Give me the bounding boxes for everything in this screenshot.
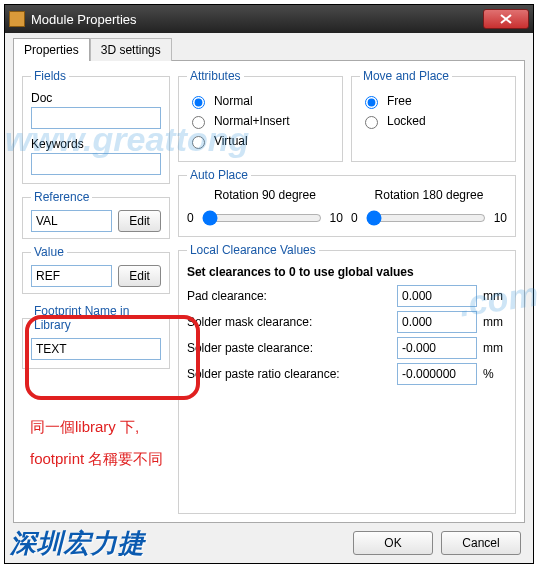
doc-label: Doc: [31, 91, 161, 105]
paste-clearance-input[interactable]: [397, 337, 477, 359]
rot180-slider[interactable]: [366, 210, 486, 226]
mask-clearance-row: Solder mask clearance: mm: [187, 311, 507, 333]
clearance-hint: Set clearances to 0 to use global values: [187, 265, 507, 279]
ok-button[interactable]: OK: [353, 531, 433, 555]
doc-input[interactable]: [31, 107, 161, 129]
mask-clearance-unit: mm: [483, 315, 507, 329]
paste-clearance-row: Solder paste clearance: mm: [187, 337, 507, 359]
value-legend: Value: [31, 245, 67, 259]
mp-locked-label: Locked: [387, 114, 426, 128]
attributes-group: Attributes Normal Normal+Insert Virtual: [178, 69, 343, 162]
reference-group: Reference Edit: [22, 190, 170, 239]
cancel-button[interactable]: Cancel: [441, 531, 521, 555]
mp-locked-radio[interactable]: [365, 116, 378, 129]
close-icon: [500, 14, 512, 24]
mp-locked[interactable]: Locked: [360, 113, 507, 129]
keywords-input[interactable]: [31, 153, 161, 175]
move-place-legend: Move and Place: [360, 69, 452, 83]
attr-normal-label: Normal: [214, 94, 253, 108]
window-title: Module Properties: [31, 12, 483, 27]
pad-clearance-input[interactable]: [397, 285, 477, 307]
rot180-block: Rotation 180 degree 0 10: [351, 188, 507, 228]
clearance-legend: Local Clearance Values: [187, 243, 319, 257]
titlebar[interactable]: Module Properties: [5, 5, 533, 33]
attr-virtual-label: Virtual: [214, 134, 248, 148]
dialog-window: Module Properties Properties 3D settings…: [4, 4, 534, 564]
keywords-label: Keywords: [31, 137, 161, 151]
rot90-block: Rotation 90 degree 0 10: [187, 188, 343, 228]
mp-free-label: Free: [387, 94, 412, 108]
right-column: Attributes Normal Normal+Insert Virtual …: [178, 69, 516, 514]
rot90-min: 0: [187, 211, 194, 225]
ratio-clearance-input[interactable]: [397, 363, 477, 385]
rot90-slider[interactable]: [202, 210, 322, 226]
rot180-max: 10: [494, 211, 507, 225]
mask-clearance-label: Solder mask clearance:: [187, 315, 391, 329]
autoplace-legend: Auto Place: [187, 168, 251, 182]
attr-normal-radio[interactable]: [192, 96, 205, 109]
ratio-clearance-row: Solder paste ratio clearance: %: [187, 363, 507, 385]
rot180-label: Rotation 180 degree: [375, 188, 484, 202]
paste-clearance-label: Solder paste clearance:: [187, 341, 391, 355]
mp-free[interactable]: Free: [360, 93, 507, 109]
value-group: Value Edit: [22, 245, 170, 294]
attr-normal-insert[interactable]: Normal+Insert: [187, 113, 334, 129]
clearance-group: Local Clearance Values Set clearances to…: [178, 243, 516, 514]
dialog-footer: OK Cancel: [13, 523, 525, 555]
ratio-clearance-label: Solder paste ratio clearance:: [187, 367, 391, 381]
tab-strip: Properties 3D settings: [13, 37, 525, 60]
app-icon: [9, 11, 25, 27]
attr-virtual[interactable]: Virtual: [187, 133, 334, 149]
attributes-legend: Attributes: [187, 69, 244, 83]
attr-normal[interactable]: Normal: [187, 93, 334, 109]
left-column: Fields Doc Keywords Reference Edit Value: [22, 69, 170, 514]
pad-clearance-label: Pad clearance:: [187, 289, 391, 303]
pad-clearance-row: Pad clearance: mm: [187, 285, 507, 307]
fields-legend: Fields: [31, 69, 69, 83]
attr-virtual-radio[interactable]: [192, 136, 205, 149]
attr-normalinsert-radio[interactable]: [192, 116, 205, 129]
tab-properties[interactable]: Properties: [13, 38, 90, 61]
tab-body: Fields Doc Keywords Reference Edit Value: [13, 60, 525, 523]
ratio-clearance-unit: %: [483, 367, 507, 381]
footprint-legend: Footprint Name in Library: [31, 304, 161, 332]
edit-reference-button[interactable]: Edit: [118, 210, 161, 232]
client-area: Properties 3D settings Fields Doc Keywor…: [5, 33, 533, 563]
rot90-max: 10: [330, 211, 343, 225]
footprint-name-group: Footprint Name in Library: [22, 304, 170, 369]
mp-free-radio[interactable]: [365, 96, 378, 109]
fields-group: Fields Doc Keywords: [22, 69, 170, 184]
reference-input[interactable]: [31, 210, 112, 232]
rot90-label: Rotation 90 degree: [214, 188, 316, 202]
mask-clearance-input[interactable]: [397, 311, 477, 333]
reference-legend: Reference: [31, 190, 92, 204]
edit-value-button[interactable]: Edit: [118, 265, 161, 287]
move-place-group: Move and Place Free Locked: [351, 69, 516, 162]
value-input[interactable]: [31, 265, 112, 287]
rot180-min: 0: [351, 211, 358, 225]
paste-clearance-unit: mm: [483, 341, 507, 355]
attr-normalinsert-label: Normal+Insert: [214, 114, 290, 128]
footprint-name-input[interactable]: [31, 338, 161, 360]
close-button[interactable]: [483, 9, 529, 29]
tab-3d-settings[interactable]: 3D settings: [90, 38, 172, 61]
pad-clearance-unit: mm: [483, 289, 507, 303]
autoplace-group: Auto Place Rotation 90 degree 0 10 Rotat…: [178, 168, 516, 237]
